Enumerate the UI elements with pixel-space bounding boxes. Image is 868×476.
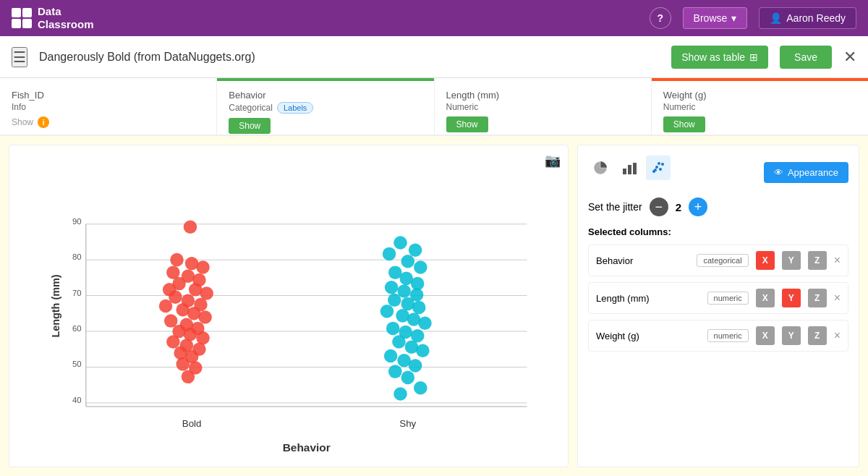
- chart-container: 📷 Length (mm) 40 50 60 70 80 90 Bold Shy: [9, 145, 569, 467]
- show-table-button[interactable]: Show as table ⊞: [671, 46, 768, 69]
- col-fish-id-name: Fish_ID: [12, 90, 205, 101]
- svg-point-89: [654, 169, 657, 171]
- weight-col-type: numeric: [707, 329, 749, 342]
- camera-button[interactable]: 📷: [545, 153, 561, 169]
- col-fish-id-type: Info: [12, 102, 205, 112]
- svg-point-79: [414, 381, 427, 395]
- column-weight: Weight (g) Numeric Show: [652, 78, 868, 135]
- table-icon: ⊞: [749, 51, 758, 63]
- length-show-button[interactable]: Show: [446, 116, 488, 132]
- col-length-action: Show: [446, 116, 639, 132]
- length-x-button[interactable]: X: [756, 289, 775, 307]
- svg-point-19: [170, 253, 184, 267]
- length-col-row: Length (mm) numeric X Y Z ×: [588, 282, 848, 314]
- behavior-remove-button[interactable]: ×: [834, 254, 841, 267]
- column-length: Length (mm) Numeric Show: [435, 78, 652, 135]
- close-button[interactable]: ✕: [843, 48, 856, 67]
- show-label: Show: [12, 117, 33, 127]
- col-behavior-name: Behavior: [229, 90, 422, 101]
- svg-text:70: 70: [72, 289, 82, 297]
- behavior-x-button[interactable]: X: [756, 251, 775, 270]
- svg-text:60: 60: [72, 324, 82, 333]
- svg-point-71: [392, 335, 406, 349]
- svg-text:Shy: Shy: [399, 418, 416, 429]
- weight-x-button[interactable]: X: [756, 326, 775, 345]
- hamburger-icon: ☰: [13, 49, 26, 65]
- svg-text:90: 90: [72, 217, 82, 226]
- svg-point-36: [164, 314, 178, 328]
- svg-rect-83: [633, 163, 637, 174]
- user-button[interactable]: 👤 Aaron Reedy: [759, 7, 856, 29]
- plus-icon: +: [694, 200, 702, 215]
- length-z-button[interactable]: Z: [808, 289, 827, 307]
- svg-rect-82: [628, 165, 631, 174]
- jitter-decrease-button[interactable]: −: [650, 197, 668, 216]
- svg-text:Behavior: Behavior: [283, 441, 331, 454]
- svg-point-77: [388, 365, 402, 378]
- behavior-col-row: Behavior categorical X Y Z ×: [588, 245, 848, 276]
- browse-button[interactable]: Browse ▾: [683, 7, 748, 29]
- weight-show-button[interactable]: Show: [663, 116, 705, 132]
- logo: DataClassroom: [12, 5, 94, 31]
- jitter-increase-button[interactable]: +: [689, 197, 707, 216]
- user-icon: 👤: [770, 12, 782, 24]
- chart-type-selector: [588, 156, 671, 180]
- svg-text:Length (mm): Length (mm): [50, 274, 61, 337]
- weight-remove-button[interactable]: ×: [834, 329, 841, 342]
- help-button[interactable]: ?: [650, 7, 671, 29]
- behavior-y-button[interactable]: Y: [782, 251, 801, 270]
- selected-columns-label: Selected columns:: [588, 226, 848, 237]
- svg-text:40: 40: [72, 396, 82, 404]
- weight-z-button[interactable]: Z: [808, 326, 827, 345]
- length-remove-button[interactable]: ×: [834, 292, 841, 305]
- column-behavior: Behavior Categorical Labels Show: [217, 78, 434, 135]
- behavior-show-button[interactable]: Show: [229, 118, 271, 134]
- logo-text: DataClassroom: [38, 5, 94, 31]
- svg-point-73: [416, 344, 430, 358]
- svg-point-87: [661, 163, 664, 166]
- length-y-button[interactable]: Y: [782, 289, 801, 307]
- bar-chart-button[interactable]: [617, 156, 642, 180]
- weight-y-button[interactable]: Y: [782, 326, 801, 345]
- length-col-type: numeric: [707, 292, 749, 305]
- col-weight-action: Show: [663, 116, 856, 132]
- svg-point-18: [184, 221, 197, 234]
- labels-badge[interactable]: Labels: [277, 102, 313, 114]
- svg-point-61: [388, 293, 401, 307]
- svg-text:50: 50: [72, 360, 82, 368]
- svg-point-32: [159, 299, 173, 313]
- svg-point-35: [198, 310, 212, 324]
- svg-point-64: [380, 305, 394, 318]
- user-name: Aaron Reedy: [786, 12, 846, 24]
- column-fish-id: Fish_ID Info Show i: [0, 78, 217, 135]
- main-area: 📷 Length (mm) 40 50 60 70 80 90 Bold Shy: [0, 136, 868, 476]
- save-label: Save: [794, 51, 817, 63]
- svg-point-85: [655, 166, 658, 169]
- save-button[interactable]: Save: [780, 46, 832, 69]
- behavior-z-button[interactable]: Z: [808, 251, 827, 270]
- behavior-col-type: categorical: [697, 254, 748, 267]
- svg-point-50: [393, 236, 407, 250]
- svg-point-47: [176, 357, 190, 371]
- svg-point-54: [414, 260, 427, 274]
- svg-point-63: [412, 301, 426, 315]
- length-col-name: Length (mm): [596, 293, 700, 304]
- col-behavior-type: Categorical Labels: [229, 102, 422, 114]
- behavior-col-name: Behavior: [596, 255, 689, 266]
- appearance-label: Appearance: [788, 167, 838, 178]
- col-fish-id-action: Show i: [12, 116, 205, 128]
- jitter-label: Set the jitter: [588, 201, 642, 213]
- svg-point-58: [385, 281, 399, 294]
- close-icon: ✕: [843, 48, 856, 66]
- scatter-chart-button[interactable]: [646, 156, 671, 180]
- menu-button[interactable]: ☰: [12, 47, 27, 67]
- col-length-name: Length (mm): [446, 90, 639, 101]
- pie-chart-icon: [592, 160, 608, 176]
- col-length-type: Numeric: [446, 102, 639, 112]
- svg-point-51: [409, 243, 422, 257]
- pie-chart-button[interactable]: [588, 156, 613, 180]
- appearance-button[interactable]: 👁 Appearance: [764, 162, 848, 183]
- document-title: Dangerously Bold (from DataNuggets.org): [39, 51, 660, 64]
- svg-text:80: 80: [72, 252, 82, 261]
- svg-point-76: [409, 359, 422, 373]
